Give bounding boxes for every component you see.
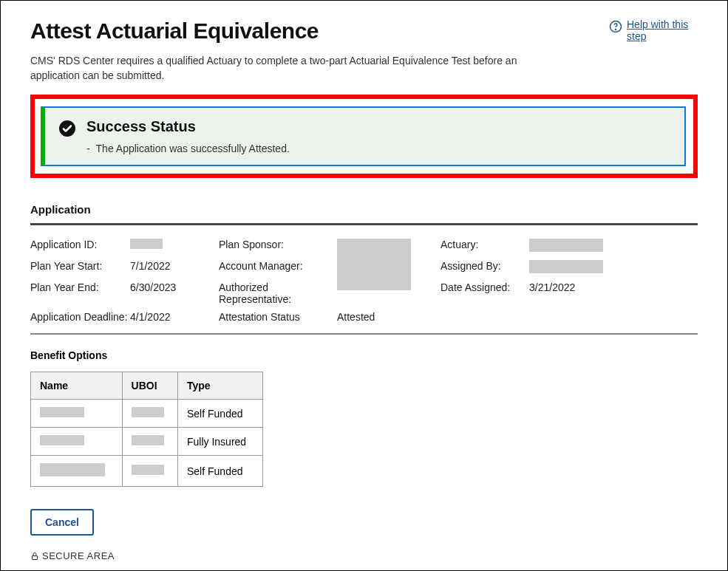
label-plan-sponsor: Plan Sponsor:	[219, 239, 337, 250]
label-plan-year-start: Plan Year Start:	[30, 260, 130, 272]
label-application-deadline: Application Deadline:	[30, 311, 130, 323]
label-attestation-status: Attestation Status	[219, 311, 337, 323]
column-header-uboi: UBOI	[122, 372, 177, 400]
cell-type: Self Funded	[178, 400, 263, 428]
cell-name	[31, 456, 123, 487]
benefit-options-title: Benefit Options	[30, 349, 698, 361]
check-circle-icon	[58, 120, 76, 137]
value-actuary	[529, 239, 622, 254]
value-plan-year-end: 6/30/2023	[130, 281, 219, 293]
success-status-message: The Application was successfully Atteste…	[86, 143, 290, 154]
cell-uboi	[122, 428, 177, 456]
value-plan-sponsor	[337, 239, 440, 290]
help-link[interactable]: Help with this step	[609, 18, 698, 42]
success-status-panel: Success Status The Application was succe…	[41, 106, 686, 166]
application-details-grid: Application ID: Plan Sponsor: Actuary: P…	[30, 239, 698, 323]
cell-type: Fully Insured	[178, 428, 263, 456]
label-assigned-by: Assigned By:	[440, 260, 529, 272]
cell-uboi	[122, 456, 177, 487]
value-attestation-status: Attested	[337, 311, 440, 323]
label-application-id: Application ID:	[30, 239, 130, 250]
page-title: Attest Actuarial Equivalence	[30, 18, 319, 44]
label-authorized-representative: Authorized Representative:	[219, 281, 337, 305]
table-row: Self Funded	[31, 456, 263, 487]
secure-area-label: SECURE AREA	[42, 550, 115, 561]
column-header-type: Type	[178, 372, 263, 400]
table-row: Self Funded	[31, 400, 263, 428]
cell-uboi	[122, 400, 177, 428]
svg-point-1	[616, 29, 616, 30]
column-header-name: Name	[31, 372, 123, 400]
value-plan-year-start: 7/1/2022	[130, 260, 219, 272]
label-plan-year-end: Plan Year End:	[30, 281, 130, 293]
cell-type: Self Funded	[178, 456, 263, 487]
section-divider	[30, 223, 698, 225]
secure-area-footer: SECURE AREA	[30, 550, 698, 561]
svg-rect-3	[33, 555, 38, 559]
status-highlight-box: Success Status The Application was succe…	[30, 95, 698, 178]
intro-text: CMS' RDS Center requires a qualified Act…	[30, 54, 518, 83]
cell-name	[31, 428, 123, 456]
success-status-title: Success Status	[86, 118, 671, 135]
value-application-deadline: 4/1/2022	[130, 311, 219, 323]
value-application-id	[130, 239, 219, 251]
label-account-manager: Account Manager:	[219, 260, 337, 272]
benefit-options-table: Name UBOI Type Self Funded Fully Insured	[30, 372, 263, 487]
label-date-assigned: Date Assigned:	[440, 281, 529, 293]
page-frame: Attest Actuarial Equivalence Help with t…	[0, 0, 728, 571]
table-row: Fully Insured	[31, 428, 263, 456]
lock-icon	[30, 552, 39, 561]
label-actuary: Actuary:	[440, 239, 529, 250]
value-date-assigned: 3/21/2022	[529, 281, 622, 293]
cancel-button[interactable]: Cancel	[30, 509, 94, 536]
help-label: Help with this step	[627, 18, 698, 42]
value-assigned-by	[529, 260, 622, 276]
section-divider-thin	[30, 333, 698, 335]
cell-name	[31, 400, 123, 428]
question-circle-icon	[609, 20, 622, 35]
application-section-title: Application	[30, 203, 698, 216]
